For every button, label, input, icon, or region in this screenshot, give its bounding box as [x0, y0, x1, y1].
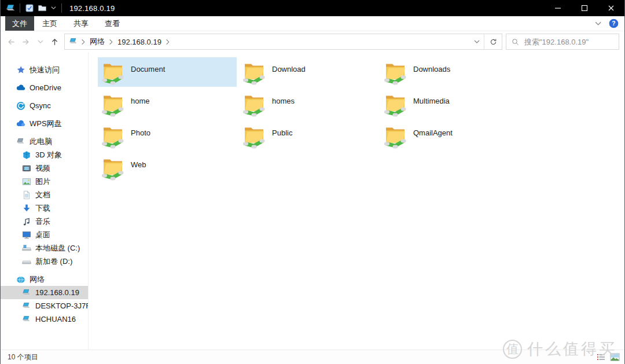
view-toggles — [596, 353, 620, 361]
minimize-button[interactable] — [545, 0, 571, 16]
shared-folder-icon — [243, 92, 265, 117]
refresh-button[interactable] — [484, 34, 502, 49]
ribbon-collapse-chevron-icon[interactable] — [595, 21, 602, 26]
sidebar-item[interactable]: 下载 — [1, 201, 88, 215]
ribbon-right-controls: ? — [595, 16, 624, 31]
new-folder-icon[interactable] — [38, 3, 47, 13]
folder-name: Document — [131, 65, 165, 73]
sidebar-item[interactable]: 本地磁盘 (C:) — [1, 241, 88, 255]
sidebar-item[interactable]: 图片 — [1, 175, 88, 188]
breadcrumb-item[interactable]: 192.168.0.19 — [116, 38, 163, 46]
shared-folder-icon — [384, 124, 406, 149]
maximize-button[interactable] — [571, 0, 598, 16]
shared-folder-icon — [102, 60, 124, 85]
ribbon-tab-row: 文件 主页 共享 查看 ? — [1, 16, 624, 31]
window-controls — [545, 0, 624, 16]
status-bar: 10 个项目 — [1, 350, 624, 364]
folder-tile[interactable]: home — [98, 89, 237, 119]
sidebar-item[interactable]: OneDrive — [1, 81, 88, 94]
disk-windows-icon — [22, 244, 31, 253]
search-icon — [512, 38, 519, 46]
svg-text:?: ? — [612, 20, 615, 27]
properties-check-icon[interactable] — [25, 3, 34, 13]
star-icon — [16, 65, 25, 75]
ribbon-tab[interactable]: 文件 — [5, 16, 34, 31]
forward-button[interactable] — [19, 34, 33, 49]
folder-name: home — [131, 97, 150, 105]
onedrive-icon — [16, 83, 25, 93]
large-icons-view-icon[interactable] — [610, 353, 620, 361]
breadcrumb-item[interactable]: 网络 — [89, 36, 106, 47]
up-button[interactable] — [47, 34, 62, 49]
address-bar: 网络 192.168.0.19 — [1, 31, 624, 52]
qsync-icon — [16, 101, 25, 111]
folder-name: Public — [272, 128, 292, 137]
file-list-pane[interactable]: Document Download Downloads home homes M… — [89, 52, 624, 350]
ribbon-tab[interactable]: 主页 — [34, 16, 65, 31]
desktop-monitor-icon — [22, 230, 31, 240]
help-icon[interactable]: ? — [609, 19, 619, 28]
chevron-right-icon — [109, 39, 113, 45]
folder-tile[interactable]: Public — [239, 121, 378, 150]
sidebar-item[interactable]: WPS网盘 — [1, 117, 88, 130]
network-globe-icon — [16, 275, 25, 284]
sidebar-item-label: 桌面 — [35, 230, 50, 240]
folder-tile[interactable]: Photo — [98, 121, 237, 150]
search-input[interactable] — [524, 38, 615, 46]
quick-access-toolbar-chevron-icon[interactable] — [51, 6, 56, 10]
explorer-window: 192.168.0.19 文件 主页 共享 查看 ? 网络 — [0, 0, 625, 364]
sidebar-item[interactable]: 视频 — [1, 161, 88, 175]
network-pc-icon — [22, 302, 31, 311]
sidebar-item[interactable]: 网络 — [1, 273, 88, 286]
sidebar-item-label: 音乐 — [35, 216, 50, 227]
music-note-icon — [22, 217, 31, 226]
address-dropdown-chevron-icon[interactable] — [470, 34, 484, 49]
sidebar-item-label: 新加卷 (D:) — [35, 256, 72, 267]
titlebar-separator — [61, 3, 62, 13]
back-button[interactable] — [4, 34, 19, 49]
folder-tile[interactable]: Document — [98, 57, 237, 87]
sidebar-item-label: 文档 — [35, 190, 50, 200]
folder-tile[interactable]: Web — [98, 153, 237, 182]
sidebar-item[interactable]: DESKTOP-3J7FGG. — [1, 299, 88, 312]
folder-tile[interactable]: QmailAgent — [380, 121, 519, 150]
sidebar-item[interactable]: 新加卷 (D:) — [1, 255, 88, 268]
folder-name: Multimedia — [413, 97, 450, 105]
recent-locations-chevron-icon[interactable] — [33, 34, 47, 49]
sidebar-item[interactable]: 此电脑 — [1, 135, 88, 148]
sidebar-item[interactable]: 文档 — [1, 188, 88, 201]
sidebar-item-label: DESKTOP-3J7FGG. — [35, 302, 89, 310]
folder-tile[interactable]: Downloads — [380, 57, 519, 87]
ribbon-tab[interactable]: 共享 — [65, 16, 97, 31]
sidebar-item[interactable]: 桌面 — [1, 228, 88, 241]
sidebar-item[interactable]: 192.168.0.19 — [1, 286, 88, 299]
breadcrumb[interactable]: 网络 192.168.0.19 — [64, 34, 502, 50]
folder-tile[interactable]: Download — [239, 57, 378, 87]
sidebar-item-label: 下载 — [35, 203, 50, 214]
ribbon-tab-label: 查看 — [105, 19, 120, 29]
network-computer-icon — [5, 2, 17, 14]
shared-folder-icon — [384, 60, 406, 85]
ribbon-tab-label: 共享 — [73, 19, 89, 29]
close-button[interactable] — [598, 0, 624, 16]
folder-tile[interactable]: homes — [239, 89, 378, 119]
sidebar-item[interactable]: HCHUAN16 — [1, 312, 88, 326]
sidebar-item[interactable]: 3D 对象 — [1, 148, 88, 161]
sidebar-item-label: 3D 对象 — [35, 150, 62, 160]
sidebar-item-label: Qsync — [30, 101, 51, 110]
chevron-right-icon — [166, 39, 170, 45]
breadcrumb-segment: 网络 — [89, 36, 116, 47]
sidebar-item[interactable]: 音乐 — [1, 215, 88, 228]
ribbon-tab[interactable]: 查看 — [97, 16, 128, 31]
shared-folder-icon — [102, 92, 124, 117]
disk-plain-icon — [22, 257, 31, 266]
sidebar-item[interactable]: Qsync — [1, 99, 88, 112]
sidebar-item-label: 此电脑 — [30, 137, 52, 147]
folder-tile[interactable]: Multimedia — [380, 89, 519, 119]
sidebar-item-label: 192.168.0.19 — [35, 288, 79, 297]
folder-name: Downloads — [413, 65, 450, 73]
details-view-icon[interactable] — [596, 353, 606, 361]
computer-icon — [69, 38, 78, 46]
sidebar-item[interactable]: 快速访问 — [1, 63, 88, 76]
folder-name: Photo — [131, 128, 150, 137]
